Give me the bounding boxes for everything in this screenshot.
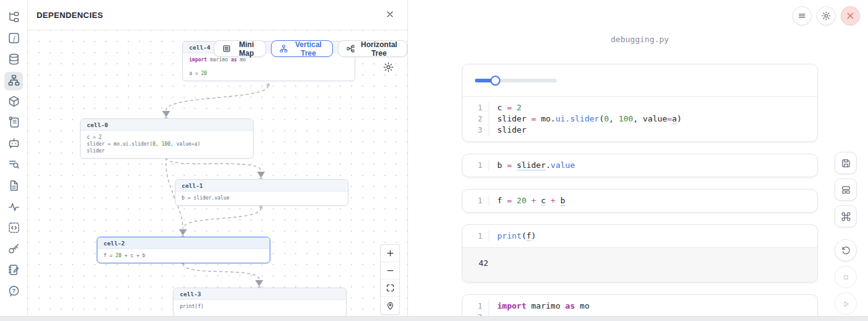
code-line-text: b = slider.value bbox=[489, 160, 817, 171]
database-icon bbox=[7, 53, 20, 68]
bottom-scrollbar[interactable] bbox=[0, 316, 868, 321]
save-button[interactable] bbox=[835, 152, 857, 174]
slider-handle[interactable] bbox=[490, 76, 500, 86]
sidebar: f? bbox=[0, 0, 28, 321]
cell-editor[interactable]: 1print(f) bbox=[463, 225, 817, 247]
gear-icon bbox=[383, 66, 394, 75]
topbar-settings-button[interactable] bbox=[817, 6, 836, 25]
line-number: 1 bbox=[463, 301, 482, 312]
cell-editor[interactable]: 1f = 20 + c + b bbox=[463, 190, 817, 212]
graph-node-code-line: print(f) bbox=[180, 303, 340, 310]
code-line: 1b = slider.value bbox=[463, 160, 817, 171]
graph-toolbar-vertical-tree-label: Vertical Tree bbox=[292, 40, 325, 58]
sidebar-item-explorer[interactable] bbox=[4, 9, 23, 27]
code-line: 2slider = mo.ui.slider(0, 100, value=a) bbox=[463, 113, 817, 125]
code-console-icon bbox=[7, 221, 20, 237]
minimap-icon bbox=[222, 44, 231, 53]
topbar-shutdown-button[interactable] bbox=[841, 6, 860, 25]
graph-node-cell-1[interactable]: cell-1b = slider.value bbox=[175, 179, 348, 206]
graph-node-code: c = 2slider = mo.ui.slider(0, 100, value… bbox=[81, 131, 253, 158]
dependencies-panel: DEPENDENCIES bbox=[28, 0, 408, 321]
line-number: 1 bbox=[463, 102, 482, 113]
graph-node-code-line: f = 20 + c + b bbox=[104, 252, 264, 259]
notebook-filename[interactable]: debugging.py bbox=[462, 35, 818, 44]
code-line-text: import marimo as mo bbox=[489, 301, 817, 312]
graph-node-code: b = slider.value bbox=[175, 191, 348, 205]
code-line: 1import marimo as mo bbox=[463, 301, 817, 312]
graph-node-cell-3[interactable]: cell-3print(f) bbox=[173, 288, 347, 317]
code-line: 1f = 20 + c + b bbox=[463, 195, 817, 206]
sidebar-item-logs[interactable] bbox=[4, 156, 23, 175]
graph-node-title: cell-2 bbox=[97, 237, 270, 249]
run-button[interactable] bbox=[835, 292, 857, 315]
notebook-topbar bbox=[792, 6, 860, 25]
center-selection-button[interactable] bbox=[381, 297, 399, 314]
gear-icon bbox=[821, 11, 831, 21]
zoom-in-button[interactable] bbox=[381, 245, 399, 262]
graph-node-code-line bbox=[189, 63, 348, 70]
graph-node-code: f = 20 + c + b bbox=[97, 249, 270, 263]
sidebar-item-chat[interactable] bbox=[4, 135, 23, 154]
cell-editor[interactable]: 1c = 22slider = mo.ui.slider(0, 100, val… bbox=[463, 97, 817, 141]
menu-icon bbox=[797, 11, 807, 21]
topbar-menu-button[interactable] bbox=[792, 6, 812, 25]
key-icon bbox=[7, 242, 20, 258]
chat-icon bbox=[7, 137, 20, 152]
panel-close-button[interactable] bbox=[384, 8, 396, 22]
graph-toolbar-vertical-tree-button[interactable]: Vertical Tree bbox=[271, 40, 333, 57]
sidebar-item-snippets[interactable] bbox=[4, 177, 23, 196]
undo-button[interactable] bbox=[835, 239, 857, 262]
sidebar-item-tracing[interactable] bbox=[4, 198, 23, 217]
graph-canvas[interactable]: cell-4import marimo as mo a = 20cell-0c … bbox=[28, 30, 407, 321]
graph-node-code: print(f) bbox=[174, 300, 346, 314]
sidebar-item-dependencies[interactable] bbox=[4, 72, 23, 90]
sidebar-item-scratchpad[interactable] bbox=[4, 262, 23, 280]
sidebar-item-functions[interactable]: f bbox=[4, 30, 23, 48]
snippets-icon bbox=[7, 179, 20, 195]
dependencies-header: DEPENDENCIES bbox=[28, 0, 407, 30]
graph-toolbar-minimap-label: Mini Map bbox=[235, 40, 258, 58]
layout-button[interactable] bbox=[835, 178, 857, 201]
horizontal-tree-icon bbox=[346, 44, 355, 53]
code-line-text: c = 2 bbox=[489, 102, 817, 113]
app: f? DEPENDENCIES bbox=[0, 0, 868, 321]
package-icon bbox=[7, 95, 20, 110]
graph-node-cell-2[interactable]: cell-2f = 20 + c + b bbox=[97, 237, 270, 263]
slider-widget[interactable] bbox=[475, 76, 557, 86]
stop-button[interactable] bbox=[835, 266, 857, 288]
sidebar-item-documentation[interactable] bbox=[4, 114, 23, 133]
sidebar-item-secrets[interactable] bbox=[4, 240, 23, 259]
layout-icon bbox=[841, 185, 851, 195]
code-line: 1print(f) bbox=[463, 231, 817, 242]
command-palette-button[interactable] bbox=[835, 205, 857, 227]
fit-view-button[interactable] bbox=[381, 279, 399, 297]
sidebar-item-outputs[interactable] bbox=[4, 219, 23, 238]
graph-node-cell-0[interactable]: cell-0c = 2slider = mo.ui.slider(0, 100,… bbox=[80, 118, 254, 159]
line-number: 2 bbox=[463, 113, 482, 125]
cell-editor[interactable]: 1b = slider.value bbox=[463, 154, 817, 177]
line-number: 1 bbox=[463, 160, 482, 171]
graph-settings-button[interactable] bbox=[383, 61, 394, 75]
zoom-out-icon bbox=[386, 266, 395, 275]
fit-view-icon bbox=[386, 283, 395, 292]
line-number: 3 bbox=[463, 125, 482, 136]
scroll-icon bbox=[7, 116, 20, 131]
sidebar-item-datasources[interactable] bbox=[4, 51, 23, 69]
line-number: 1 bbox=[463, 231, 482, 242]
close-icon bbox=[385, 9, 395, 21]
graph-node-code-line: slider bbox=[87, 147, 247, 154]
graph-node-code-line: a = 20 bbox=[189, 70, 348, 77]
graph-node-code-line: import marimo as mo bbox=[189, 56, 348, 63]
code-line-text: slider bbox=[489, 125, 817, 136]
notebook-cell-slider-cell: 1c = 22slider = mo.ui.slider(0, 100, val… bbox=[462, 64, 818, 142]
graph-node-code-line: b = slider.value bbox=[182, 195, 342, 201]
zoom-controls bbox=[380, 244, 400, 315]
graph-toolbar-minimap-button[interactable]: Mini Map bbox=[214, 40, 266, 57]
dependency-graph-icon bbox=[7, 74, 20, 89]
sidebar-item-packages[interactable] bbox=[4, 93, 23, 112]
zoom-out-button[interactable] bbox=[381, 262, 399, 279]
graph-node-code-line: slider = mo.ui.slider(0, 100, value=a) bbox=[87, 141, 247, 147]
edge-cell4-cell0 bbox=[166, 86, 268, 110]
sidebar-item-help[interactable]: ? bbox=[4, 283, 23, 301]
graph-toolbar-horizontal-tree-button[interactable]: Horizontal Tree bbox=[338, 40, 407, 57]
